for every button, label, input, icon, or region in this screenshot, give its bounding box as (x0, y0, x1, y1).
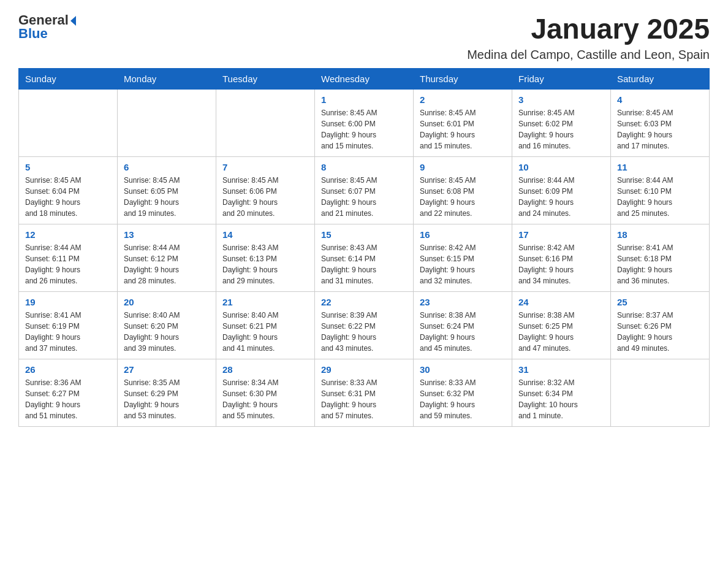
calendar-week-row: 12Sunrise: 8:44 AMSunset: 6:11 PMDayligh… (19, 224, 710, 292)
calendar-cell: 24Sunrise: 8:38 AMSunset: 6:25 PMDayligh… (512, 292, 611, 359)
calendar-cell: 29Sunrise: 8:33 AMSunset: 6:31 PMDayligh… (315, 359, 414, 427)
day-number: 23 (420, 297, 506, 307)
day-info: Sunrise: 8:37 AMSunset: 6:26 PMDaylight:… (617, 310, 703, 354)
day-number: 21 (222, 297, 308, 307)
weekday-header-monday: Monday (118, 69, 216, 90)
header: General Blue January 2025 Medina del Cam… (18, 12, 710, 62)
calendar-cell: 11Sunrise: 8:44 AMSunset: 6:10 PMDayligh… (611, 157, 710, 224)
day-number: 12 (25, 229, 111, 240)
day-number: 4 (617, 94, 703, 105)
day-info: Sunrise: 8:45 AMSunset: 6:06 PMDaylight:… (222, 175, 308, 219)
weekday-header-thursday: Thursday (414, 69, 512, 90)
day-number: 1 (321, 94, 407, 105)
day-number: 28 (222, 364, 308, 375)
day-info: Sunrise: 8:41 AMSunset: 6:18 PMDaylight:… (617, 242, 703, 286)
calendar-cell: 9Sunrise: 8:45 AMSunset: 6:08 PMDaylight… (414, 157, 512, 224)
calendar-cell: 6Sunrise: 8:45 AMSunset: 6:05 PMDaylight… (118, 157, 216, 224)
day-number: 30 (420, 364, 506, 375)
day-number: 15 (321, 229, 407, 240)
day-number: 11 (617, 162, 703, 172)
calendar-week-row: 19Sunrise: 8:41 AMSunset: 6:19 PMDayligh… (19, 292, 710, 359)
weekday-header-saturday: Saturday (611, 69, 710, 90)
calendar-cell (611, 359, 710, 427)
calendar-cell: 31Sunrise: 8:32 AMSunset: 6:34 PMDayligh… (512, 359, 611, 427)
calendar-cell: 15Sunrise: 8:43 AMSunset: 6:14 PMDayligh… (315, 224, 414, 292)
day-info: Sunrise: 8:45 AMSunset: 6:01 PMDaylight:… (420, 107, 506, 151)
calendar-cell: 13Sunrise: 8:44 AMSunset: 6:12 PMDayligh… (118, 224, 216, 292)
calendar-week-row: 1Sunrise: 8:45 AMSunset: 6:00 PMDaylight… (19, 90, 710, 157)
day-info: Sunrise: 8:41 AMSunset: 6:19 PMDaylight:… (25, 310, 111, 354)
location-subtitle: Medina del Campo, Castille and Leon, Spa… (467, 48, 710, 62)
day-number: 24 (518, 297, 604, 307)
day-number: 29 (321, 364, 407, 375)
calendar-cell: 1Sunrise: 8:45 AMSunset: 6:00 PMDaylight… (315, 90, 414, 157)
day-info: Sunrise: 8:33 AMSunset: 6:31 PMDaylight:… (321, 377, 407, 421)
logo-blue-text: Blue (18, 26, 48, 42)
calendar-cell: 8Sunrise: 8:45 AMSunset: 6:07 PMDaylight… (315, 157, 414, 224)
calendar-cell: 28Sunrise: 8:34 AMSunset: 6:30 PMDayligh… (216, 359, 315, 427)
day-info: Sunrise: 8:42 AMSunset: 6:15 PMDaylight:… (420, 242, 506, 286)
day-number: 9 (420, 162, 506, 172)
calendar-cell: 4Sunrise: 8:45 AMSunset: 6:03 PMDaylight… (611, 90, 710, 157)
day-info: Sunrise: 8:45 AMSunset: 6:02 PMDaylight:… (518, 107, 604, 151)
calendar-cell: 17Sunrise: 8:42 AMSunset: 6:16 PMDayligh… (512, 224, 611, 292)
day-info: Sunrise: 8:45 AMSunset: 6:07 PMDaylight:… (321, 175, 407, 219)
day-number: 25 (617, 297, 703, 307)
day-info: Sunrise: 8:45 AMSunset: 6:03 PMDaylight:… (617, 107, 703, 151)
calendar-cell: 2Sunrise: 8:45 AMSunset: 6:01 PMDaylight… (414, 90, 512, 157)
weekday-header-wednesday: Wednesday (315, 69, 414, 90)
calendar-cell: 27Sunrise: 8:35 AMSunset: 6:29 PMDayligh… (118, 359, 216, 427)
day-number: 18 (617, 229, 703, 240)
calendar-header: SundayMondayTuesdayWednesdayThursdayFrid… (19, 69, 710, 90)
calendar-cell: 10Sunrise: 8:44 AMSunset: 6:09 PMDayligh… (512, 157, 611, 224)
day-info: Sunrise: 8:38 AMSunset: 6:24 PMDaylight:… (420, 310, 506, 354)
day-info: Sunrise: 8:45 AMSunset: 6:08 PMDaylight:… (420, 175, 506, 219)
day-info: Sunrise: 8:44 AMSunset: 6:09 PMDaylight:… (518, 175, 604, 219)
day-number: 27 (124, 364, 210, 375)
day-info: Sunrise: 8:33 AMSunset: 6:32 PMDaylight:… (420, 377, 506, 421)
day-number: 13 (124, 229, 210, 240)
day-info: Sunrise: 8:43 AMSunset: 6:13 PMDaylight:… (222, 242, 308, 286)
weekday-header-row: SundayMondayTuesdayWednesdayThursdayFrid… (19, 69, 710, 90)
day-info: Sunrise: 8:38 AMSunset: 6:25 PMDaylight:… (518, 310, 604, 354)
day-number: 16 (420, 229, 506, 240)
calendar-cell: 22Sunrise: 8:39 AMSunset: 6:22 PMDayligh… (315, 292, 414, 359)
day-info: Sunrise: 8:39 AMSunset: 6:22 PMDaylight:… (321, 310, 407, 354)
day-info: Sunrise: 8:44 AMSunset: 6:10 PMDaylight:… (617, 175, 703, 219)
day-number: 19 (25, 297, 111, 307)
day-number: 3 (518, 94, 604, 105)
day-number: 22 (321, 297, 407, 307)
weekday-header-tuesday: Tuesday (216, 69, 315, 90)
day-info: Sunrise: 8:45 AMSunset: 6:00 PMDaylight:… (321, 107, 407, 151)
day-info: Sunrise: 8:45 AMSunset: 6:04 PMDaylight:… (25, 175, 111, 219)
calendar-cell: 26Sunrise: 8:36 AMSunset: 6:27 PMDayligh… (19, 359, 118, 427)
month-title: January 2025 (467, 12, 710, 45)
calendar-cell (118, 90, 216, 157)
day-info: Sunrise: 8:44 AMSunset: 6:12 PMDaylight:… (124, 242, 210, 286)
calendar-cell: 30Sunrise: 8:33 AMSunset: 6:32 PMDayligh… (414, 359, 512, 427)
day-number: 26 (25, 364, 111, 375)
day-number: 7 (222, 162, 308, 172)
calendar-cell: 20Sunrise: 8:40 AMSunset: 6:20 PMDayligh… (118, 292, 216, 359)
day-info: Sunrise: 8:40 AMSunset: 6:20 PMDaylight:… (124, 310, 210, 354)
title-area: January 2025 Medina del Campo, Castille … (467, 12, 710, 62)
logo-arrow-icon (70, 16, 76, 26)
calendar-week-row: 5Sunrise: 8:45 AMSunset: 6:04 PMDaylight… (19, 157, 710, 224)
calendar-cell: 7Sunrise: 8:45 AMSunset: 6:06 PMDaylight… (216, 157, 315, 224)
calendar-cell: 12Sunrise: 8:44 AMSunset: 6:11 PMDayligh… (19, 224, 118, 292)
day-number: 10 (518, 162, 604, 172)
day-number: 20 (124, 297, 210, 307)
day-info: Sunrise: 8:40 AMSunset: 6:21 PMDaylight:… (222, 310, 308, 354)
day-number: 6 (124, 162, 210, 172)
day-info: Sunrise: 8:34 AMSunset: 6:30 PMDaylight:… (222, 377, 308, 421)
calendar-cell (19, 90, 118, 157)
day-info: Sunrise: 8:35 AMSunset: 6:29 PMDaylight:… (124, 377, 210, 421)
day-info: Sunrise: 8:43 AMSunset: 6:14 PMDaylight:… (321, 242, 407, 286)
weekday-header-sunday: Sunday (19, 69, 118, 90)
day-number: 17 (518, 229, 604, 240)
day-number: 2 (420, 94, 506, 105)
calendar-cell: 21Sunrise: 8:40 AMSunset: 6:21 PMDayligh… (216, 292, 315, 359)
calendar-cell: 19Sunrise: 8:41 AMSunset: 6:19 PMDayligh… (19, 292, 118, 359)
day-number: 31 (518, 364, 604, 375)
calendar-cell: 3Sunrise: 8:45 AMSunset: 6:02 PMDaylight… (512, 90, 611, 157)
